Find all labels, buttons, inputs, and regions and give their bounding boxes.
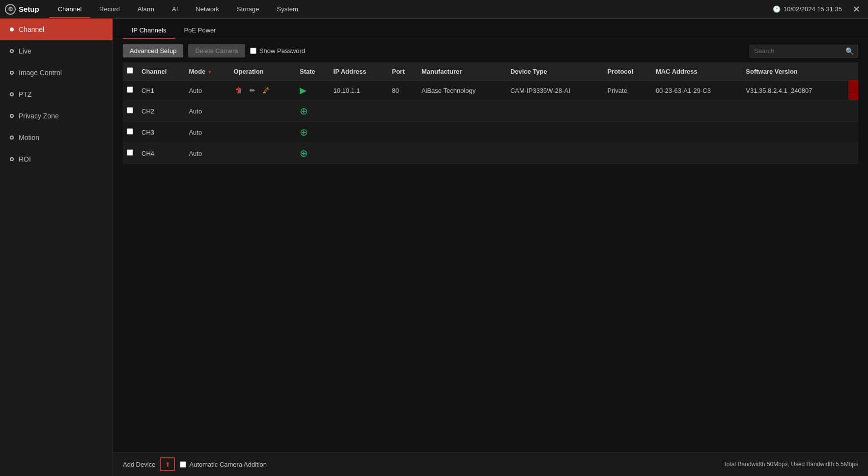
cell-protocol xyxy=(603,101,651,122)
table-row: CH1Auto 🗑 ✏ 🖉 ▶10.10.1.180AiBase Technol… xyxy=(123,81,858,101)
tab-poe-power[interactable]: PoE Power xyxy=(175,23,225,39)
nav-item-record[interactable]: Record xyxy=(90,0,129,18)
cell-operation xyxy=(229,101,296,122)
add-device-button[interactable]: ⬆ xyxy=(160,457,175,471)
edit-icon[interactable]: ✏ xyxy=(247,85,258,96)
sidebar: Channel Live Image Control PTZ Privacy Z… xyxy=(0,19,113,476)
row-checkbox[interactable] xyxy=(127,128,133,135)
top-nav-items: Channel Record Alarm AI Network Storage … xyxy=(49,0,773,18)
th-port: Port xyxy=(388,62,418,81)
row-checkbox[interactable] xyxy=(127,107,133,113)
select-all-checkbox[interactable] xyxy=(127,67,133,74)
bottom-bar: Add Device ⬆ Automatic Camera Addition T… xyxy=(113,452,868,476)
cell-channel: CH4 xyxy=(138,143,185,164)
cell-mode: Auto xyxy=(185,143,229,164)
clock-icon: 🕐 xyxy=(773,5,781,13)
cell-channel: CH2 xyxy=(138,101,185,122)
add-icon[interactable]: ⊕ xyxy=(300,148,308,159)
sidebar-item-ptz[interactable]: PTZ xyxy=(0,84,112,105)
table-row: CH2Auto⊕ xyxy=(123,101,858,122)
search-input[interactable] xyxy=(754,47,842,55)
cell-channel: CH3 xyxy=(138,122,185,143)
cell-device-type xyxy=(506,101,604,122)
th-check xyxy=(123,62,138,81)
main-layout: Channel Live Image Control PTZ Privacy Z… xyxy=(0,19,868,476)
cell-mac xyxy=(652,101,742,122)
row-status-bar xyxy=(848,81,858,101)
bandwidth-info: Total Bandwidth:50Mbps, Used Bandwidth:5… xyxy=(724,461,858,468)
delete-camera-button[interactable]: Delete Camera xyxy=(188,44,245,57)
nav-item-alarm[interactable]: Alarm xyxy=(129,0,163,18)
sidebar-item-motion[interactable]: Motion xyxy=(0,127,112,148)
cell-state: ▶ xyxy=(296,81,329,101)
cell-manufacturer xyxy=(418,122,506,143)
sidebar-item-live[interactable]: Live xyxy=(0,40,112,62)
row-checkbox[interactable] xyxy=(127,86,133,93)
cell-manufacturer xyxy=(418,143,506,164)
sidebar-dot xyxy=(10,136,14,140)
close-button[interactable]: ✕ xyxy=(850,3,863,16)
cell-mac xyxy=(652,122,742,143)
th-mode: Mode ▼ xyxy=(185,62,229,81)
sidebar-item-channel[interactable]: Channel xyxy=(0,19,112,40)
delete-icon[interactable]: 🗑 xyxy=(233,85,244,96)
advanced-setup-button[interactable]: Advanced Setup xyxy=(123,44,183,57)
add-device-label: Add Device xyxy=(123,461,155,468)
table-row: CH3Auto⊕ xyxy=(123,122,858,143)
show-password-checkbox[interactable] xyxy=(250,48,256,54)
sidebar-dot xyxy=(10,28,14,31)
mode-sort-icon: ▼ xyxy=(207,69,212,75)
cell-mode: Auto xyxy=(185,122,229,143)
toolbar: Advanced Setup Delete Camera Show Passwo… xyxy=(113,39,868,62)
sidebar-dot xyxy=(10,49,14,53)
channel-table-container: Channel Mode ▼ Operation State xyxy=(113,62,868,452)
search-icon: 🔍 xyxy=(845,47,854,55)
cell-mode: Auto xyxy=(185,81,229,101)
main-content: IP Channels PoE Power Advanced Setup Del… xyxy=(113,19,868,476)
cell-port xyxy=(388,122,418,143)
cell-software-version: V31.35.8.2.4.1_240807 xyxy=(742,81,848,101)
pencil-icon[interactable]: 🖉 xyxy=(261,85,272,96)
cell-state: ⊕ xyxy=(296,122,329,143)
th-operation: Operation xyxy=(229,62,296,81)
cell-port xyxy=(388,101,418,122)
add-icon[interactable]: ⊕ xyxy=(300,106,308,116)
cell-protocol xyxy=(603,143,651,164)
cell-port: 80 xyxy=(388,81,418,101)
th-device-type: Device Type xyxy=(506,62,604,81)
table-header-row: Channel Mode ▼ Operation State xyxy=(123,62,858,81)
nav-item-channel[interactable]: Channel xyxy=(49,0,90,18)
cell-manufacturer xyxy=(418,101,506,122)
sidebar-item-privacy-zone[interactable]: Privacy Zone xyxy=(0,105,112,127)
nav-item-network[interactable]: Network xyxy=(187,0,228,18)
cell-device-type xyxy=(506,122,604,143)
app-title: Setup xyxy=(19,5,39,13)
cell-channel: CH1 xyxy=(138,81,185,101)
auto-camera-addition-label[interactable]: Automatic Camera Addition xyxy=(180,461,267,468)
th-state: State xyxy=(296,62,329,81)
cell-operation xyxy=(229,143,296,164)
tab-ip-channels[interactable]: IP Channels xyxy=(123,23,175,39)
cell-device-type: CAM-IP3335W-28-AI xyxy=(506,81,604,101)
sidebar-item-image-control[interactable]: Image Control xyxy=(0,62,112,84)
play-icon[interactable]: ▶ xyxy=(300,85,307,95)
cell-protocol xyxy=(603,122,651,143)
sidebar-item-roi[interactable]: ROI xyxy=(0,148,112,170)
cell-protocol: Private xyxy=(603,81,651,101)
nav-item-ai[interactable]: AI xyxy=(163,0,187,18)
cell-mac: 00-23-63-A1-29-C3 xyxy=(652,81,742,101)
cell-manufacturer: AiBase Technology xyxy=(418,81,506,101)
auto-camera-checkbox[interactable] xyxy=(180,461,186,468)
top-nav: ⚙ Setup Channel Record Alarm AI Network … xyxy=(0,0,868,19)
cell-operation xyxy=(229,122,296,143)
search-box[interactable]: 🔍 xyxy=(750,45,858,57)
table-body: CH1Auto 🗑 ✏ 🖉 ▶10.10.1.180AiBase Technol… xyxy=(123,81,858,164)
th-software-version: Software Version xyxy=(742,62,848,81)
cell-mac xyxy=(652,143,742,164)
nav-item-storage[interactable]: Storage xyxy=(228,0,268,18)
nav-item-system[interactable]: System xyxy=(268,0,307,18)
add-icon[interactable]: ⊕ xyxy=(300,127,308,138)
row-checkbox[interactable] xyxy=(127,149,133,156)
th-channel: Channel xyxy=(138,62,185,81)
show-password-label[interactable]: Show Password xyxy=(250,47,305,55)
